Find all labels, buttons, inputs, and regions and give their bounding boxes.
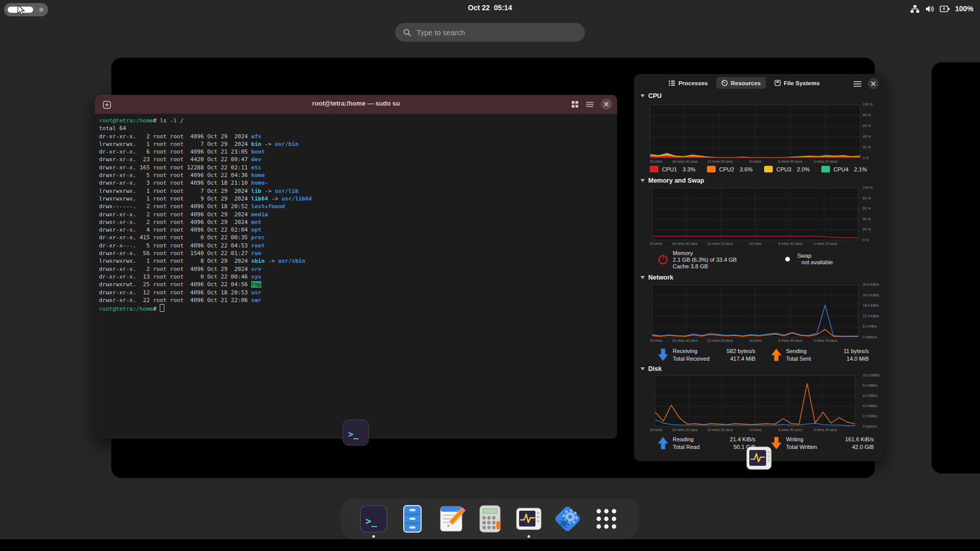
terminal-close-button[interactable]	[601, 98, 612, 110]
cpu-legend: CPU13.3%CPU23.6%CPU32.0%CPU42.1%	[650, 166, 878, 172]
terminal-title: root@tetra:/home — sudo su	[95, 100, 617, 107]
reading-label: Reading	[673, 436, 717, 442]
writing-value: 161.6 KiB/s	[835, 436, 874, 442]
dock-item-terminal[interactable]: >_	[354, 498, 393, 539]
receive-arrow-icon	[657, 348, 669, 362]
memory-section-header[interactable]: Memory and Swap	[641, 177, 704, 184]
gnome-activities-overview: Oct 22 05:14 100% Type	[0, 0, 980, 551]
y-axis-tick: 100 %	[863, 186, 885, 189]
calculator-icon	[475, 504, 505, 534]
volume-icon	[925, 5, 935, 13]
disk-section-header[interactable]: Disk	[641, 365, 662, 372]
dock-item-app-grid[interactable]	[587, 498, 626, 539]
swap-value: not available	[797, 259, 859, 265]
running-indicator	[372, 535, 375, 538]
x-axis-tick: 13 mins 20 secs	[707, 428, 733, 432]
x-axis-tick: 16 mins 40 secs	[672, 339, 698, 342]
x-axis-tick: 3 mins 20 secs	[814, 339, 838, 342]
y-axis-tick: 10.0 MiB/s	[863, 373, 885, 377]
dock-item-files[interactable]	[393, 498, 432, 539]
monitor-close-button[interactable]	[868, 78, 879, 89]
system-monitor-window[interactable]: Processes Resources File Systems	[634, 74, 884, 461]
network-x-axis: 20 mins16 mins 40 secs13 mins 20 secs10 …	[650, 339, 861, 344]
memory-label: Memory	[673, 250, 760, 256]
tab-processes[interactable]: Processes	[664, 77, 713, 89]
memory-cache: Cache 3.8 GB	[673, 263, 760, 269]
dock-item-system-monitor[interactable]	[509, 498, 548, 539]
processes-icon	[669, 80, 675, 86]
terminal-line: drwxr-xr-x. 2 root root 4096 Oct 29 2024…	[99, 265, 617, 273]
legend-swatch	[821, 166, 830, 172]
dock-item-boxes[interactable]	[548, 498, 587, 539]
search-input[interactable]: Type to search	[395, 23, 585, 42]
terminal-window[interactable]: root@tetra:/home — sudo su root@t	[95, 95, 617, 439]
legend-label: CPU1	[662, 166, 677, 172]
text-editor-icon	[436, 504, 466, 534]
terminal-line: total 64	[99, 124, 617, 132]
receiving-label: Receiving	[673, 348, 717, 354]
dock-item-calculator[interactable]	[471, 498, 509, 539]
menu-icon[interactable]	[586, 101, 594, 108]
y-axis-tick: 0 %	[863, 156, 885, 160]
total-read-label: Total Read	[673, 444, 717, 450]
terminal-line: lrwxrwxrwx. 1 root root 7 Oct 29 2024 bi…	[99, 140, 617, 148]
swap-dot-icon	[785, 256, 791, 262]
battery-percent: 100%	[955, 5, 973, 13]
memory-x-axis: 20 mins16 mins 40 secs13 mins 20 secs10 …	[650, 242, 861, 247]
menu-icon[interactable]	[853, 81, 862, 87]
write-arrow-icon	[771, 436, 782, 450]
x-axis-tick: 20 mins	[650, 428, 663, 432]
memory-pie-icon	[657, 254, 669, 265]
x-axis-tick: 16 mins 40 secs	[672, 242, 698, 245]
app-grid-icon	[592, 504, 621, 534]
sending-label: Sending	[786, 348, 830, 354]
close-icon	[871, 81, 876, 86]
total-written-label: Total Written	[786, 444, 833, 450]
network-section-header[interactable]: Network	[641, 274, 673, 281]
cpu-title: CPU	[648, 92, 662, 99]
tab-file-systems[interactable]: File Systems	[769, 77, 825, 89]
x-axis-tick: 16 mins 40 secs	[672, 428, 698, 432]
dock-item-text-editor[interactable]	[432, 498, 471, 539]
terminal-line: drwxr-xr-x. 165 root root 12288 Oct 22 0…	[99, 164, 617, 171]
x-axis-tick: 13 mins 20 secs	[707, 160, 733, 163]
tab-resources[interactable]: Resources	[716, 77, 766, 89]
system-monitor-app-badge-icon[interactable]	[746, 445, 772, 471]
terminal-output[interactable]: root@tetra:/home# ls -l /total 64dr-xr-x…	[95, 114, 617, 439]
terminal-line: drwxr-xr-x. 2 root root 4096 Oct 29 2024…	[99, 218, 617, 226]
terminal-line: dr-xr-xr-x. 13 root root 0 Oct 22 00:46 …	[99, 273, 617, 281]
cpu-x-axis: 20 mins16 mins 40 secs13 mins 20 secs10 …	[650, 160, 861, 165]
tab-overview-icon[interactable]	[571, 101, 579, 108]
clock[interactable]: Oct 22 05:14	[0, 4, 980, 12]
memory-title: Memory and Swap	[648, 177, 704, 184]
x-axis-tick: 6 mins 40 secs	[778, 160, 802, 163]
y-axis-tick: 18.0 KiB/s	[863, 304, 885, 307]
wired-network-icon	[910, 5, 920, 13]
y-axis-tick: 24.0 KiB/s	[863, 293, 885, 297]
terminal-line: dr-xr-x---. 5 root root 4096 Oct 22 04:5…	[99, 242, 617, 249]
terminal-line: root@tetra:/home# ls -l /	[99, 117, 617, 124]
terminal-app-badge-icon[interactable]: >_	[342, 419, 369, 446]
network-send-stats: Sending 11 bytes/s Total Sent 14.0 MiB	[769, 348, 869, 362]
terminal-header[interactable]: root@tetra:/home — sudo su	[95, 95, 617, 114]
y-axis-tick: 6.0 MiB/s	[863, 394, 885, 397]
system-tray[interactable]: 100%	[910, 3, 973, 14]
boxes-icon	[553, 504, 582, 534]
terminal-line: drwxr-xr-x. 5 root root 4096 Oct 22 04:3…	[99, 171, 617, 179]
legend-item-cpu2: CPU23.6%	[707, 166, 764, 172]
tab-label: Processes	[678, 80, 708, 86]
legend-swatch	[650, 166, 658, 172]
read-arrow-icon	[657, 436, 669, 450]
terminal-line: drwxr-xr-x. 2 root root 4096 Oct 29 2024…	[99, 211, 617, 218]
terminal-cursor	[160, 304, 164, 312]
memory-y-axis: 100 %80 %60 %40 %20 %0 %	[863, 186, 885, 242]
workspace-preview-next[interactable]	[932, 62, 980, 473]
network-title: Network	[648, 274, 673, 281]
x-axis-tick: 10 mins	[749, 428, 762, 432]
swap-stats: Swap not available	[780, 253, 859, 265]
x-axis-tick: 10 mins	[749, 339, 762, 342]
terminal-line: lrwxrwxrwx. 1 root root 7 Oct 29 2024 li…	[99, 187, 617, 195]
disk-chart	[650, 375, 861, 427]
y-axis-tick: 0 %	[863, 238, 885, 242]
cpu-section-header[interactable]: CPU	[641, 92, 662, 99]
